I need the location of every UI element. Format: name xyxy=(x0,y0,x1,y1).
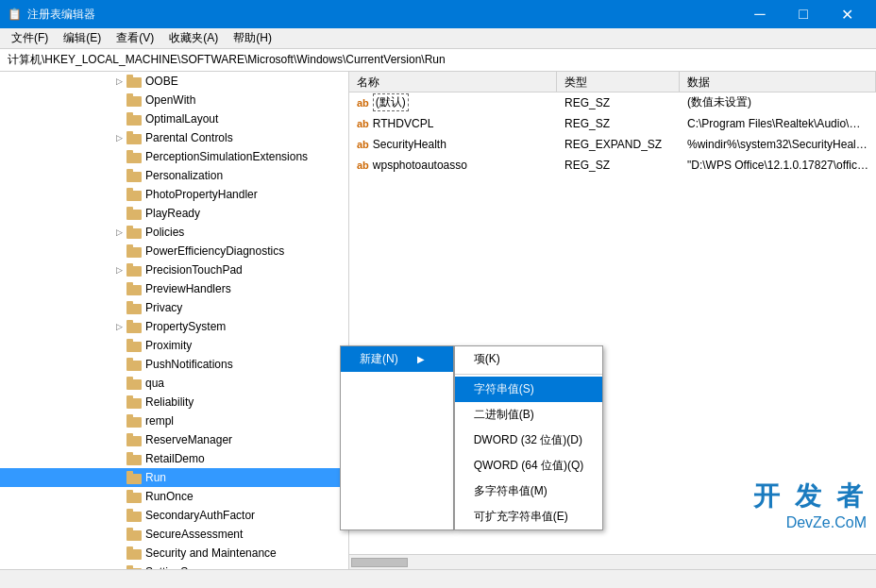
reg-row-default[interactable]: ab (默认) REG_SZ (数值未设置) xyxy=(349,92,876,113)
context-menu-container: 新建(N) ▶ 项(K) 字符串值(S) 二进制值(B) DWORD (32 位… xyxy=(340,345,603,530)
folder-icon xyxy=(126,75,142,88)
expand-arrow xyxy=(113,336,125,355)
submenu-item-binary[interactable]: 二进制值(B) xyxy=(455,402,603,428)
folder-icon xyxy=(126,263,142,277)
tree-item-proximity[interactable]: Proximity xyxy=(0,336,348,355)
reg-name-wpsphoto: ab wpsphotoautoasso xyxy=(349,157,557,174)
folder-icon xyxy=(126,490,142,503)
reg-data-wpsphoto: "D:\WPS Office\12.1.0.17827\office6\p xyxy=(680,157,876,174)
reg-type-default: REG_SZ xyxy=(557,94,680,111)
tree-scroll[interactable]: ▷ OOBE OpenWith OptimalLayout ▷ Parental… xyxy=(0,72,348,569)
tree-item-playready[interactable]: PlayReady xyxy=(0,204,348,223)
folder-icon xyxy=(126,414,142,428)
reg-value-icon: ab xyxy=(357,160,369,171)
tree-item-runonce[interactable]: RunOnce xyxy=(0,487,348,506)
reg-row-securityhealth[interactable]: ab SecurityHealth REG_EXPAND_SZ %windir%… xyxy=(349,134,876,155)
tree-item-reservemgr[interactable]: ReserveManager xyxy=(0,430,348,449)
folder-icon xyxy=(126,131,142,144)
scroll-thumb[interactable] xyxy=(351,558,408,567)
close-button[interactable]: ✕ xyxy=(825,0,868,28)
expand-arrow xyxy=(113,355,125,374)
expand-arrow xyxy=(113,109,125,128)
tree-item-pushnotif[interactable]: PushNotifications xyxy=(0,355,348,374)
maximize-button[interactable]: □ xyxy=(782,0,825,28)
submenu-item-expandstring[interactable]: 可扩充字符串值(E) xyxy=(455,504,603,529)
reg-name-securityhealth: ab SecurityHealth xyxy=(349,136,557,153)
menu-file[interactable]: 文件(F) xyxy=(4,28,56,48)
submenu-item-key[interactable]: 项(K) xyxy=(455,346,603,372)
folder-icon xyxy=(126,528,142,541)
tree-item-reliability[interactable]: Reliability xyxy=(0,393,348,412)
folder-icon xyxy=(126,112,142,126)
tree-item-perception[interactable]: PerceptionSimulationExtensions xyxy=(0,147,348,166)
tree-panel: ▷ OOBE OpenWith OptimalLayout ▷ Parental… xyxy=(0,72,349,569)
column-headers: 名称 类型 数据 xyxy=(349,72,876,92)
expand-arrow xyxy=(113,544,125,563)
expand-arrow xyxy=(113,374,125,393)
folder-icon xyxy=(126,509,142,522)
submenu-item-qword[interactable]: QWORD (64 位值)(Q) xyxy=(455,453,603,479)
new-label: 新建(N) xyxy=(360,351,398,367)
tree-item-optimallayout[interactable]: OptimalLayout xyxy=(0,109,348,128)
tree-item-parental[interactable]: ▷ Parental Controls xyxy=(0,128,348,147)
tree-item-precisiontouch[interactable]: ▷ PrecisionTouchPad xyxy=(0,260,348,279)
tree-item-retaildemo[interactable]: RetailDemo xyxy=(0,449,348,468)
tree-item-rempl[interactable]: rempl xyxy=(0,412,348,430)
minimize-button[interactable]: ─ xyxy=(738,0,782,28)
tree-item-policies[interactable]: ▷ Policies xyxy=(0,223,348,242)
expand-arrow: ▷ xyxy=(113,223,125,242)
reg-type-rthdvcpl: REG_SZ xyxy=(557,115,680,132)
folder-icon xyxy=(126,169,142,182)
tree-item-openwith[interactable]: OpenWith xyxy=(0,91,348,109)
tree-item-previewhandlers[interactable]: PreviewHandlers xyxy=(0,279,348,298)
reg-row-rthdvcpl[interactable]: ab RTHDVCPL REG_SZ C:\Program Files\Real… xyxy=(349,113,876,134)
folder-icon xyxy=(126,320,142,333)
folder-icon xyxy=(126,433,142,446)
expand-arrow xyxy=(113,449,125,468)
folder-icon xyxy=(126,471,142,484)
tree-item-settingsync[interactable]: SettingSync xyxy=(0,563,348,569)
tree-item-secondary[interactable]: SecondaryAuthFactor xyxy=(0,506,348,525)
expand-arrow xyxy=(113,242,125,260)
menu-edit[interactable]: 编辑(E) xyxy=(56,28,109,48)
app-icon: 📋 xyxy=(8,8,22,21)
col-header-data: 数据 xyxy=(680,72,876,92)
folder-icon xyxy=(126,150,142,163)
submenu-item-dword[interactable]: DWORD (32 位值)(D) xyxy=(455,428,603,453)
submenu-item-multistring[interactable]: 多字符串值(M) xyxy=(455,479,603,504)
tree-item-secureassess[interactable]: SecureAssessment xyxy=(0,525,348,544)
col-header-name: 名称 xyxy=(349,72,557,92)
tree-item-qua[interactable]: qua xyxy=(0,374,348,393)
tree-item-privacy[interactable]: Privacy xyxy=(0,298,348,317)
tree-item-powereff[interactable]: PowerEfficiencyDiagnostics xyxy=(0,242,348,260)
menu-view[interactable]: 查看(V) xyxy=(109,28,161,48)
expand-arrow xyxy=(113,147,125,166)
menu-favorites[interactable]: 收藏夹(A) xyxy=(161,28,226,48)
submenu-arrow-icon: ▶ xyxy=(417,354,425,364)
expand-arrow xyxy=(113,468,125,487)
tree-item-run[interactable]: Run xyxy=(0,468,348,487)
context-menu-item-new[interactable]: 新建(N) ▶ xyxy=(341,346,453,372)
context-menu-new: 新建(N) ▶ xyxy=(340,345,454,530)
reg-row-wpsphoto[interactable]: ab wpsphotoautoasso REG_SZ "D:\WPS Offic… xyxy=(349,155,876,176)
menu-bar: 文件(F) 编辑(E) 查看(V) 收藏夹(A) 帮助(H) xyxy=(0,28,876,49)
reg-data-default: (数值未设置) xyxy=(680,92,876,112)
folder-icon xyxy=(126,226,142,239)
submenu-item-string[interactable]: 字符串值(S) xyxy=(455,377,603,402)
folder-icon xyxy=(126,301,142,314)
tree-item-personalization[interactable]: Personalization xyxy=(0,166,348,185)
tree-item-oobe[interactable]: ▷ OOBE xyxy=(0,72,348,91)
col-header-type: 类型 xyxy=(557,72,680,92)
folder-icon xyxy=(126,339,142,352)
divider xyxy=(455,374,603,375)
menu-help[interactable]: 帮助(H) xyxy=(226,28,279,48)
default-label: (默认) xyxy=(373,93,409,111)
horizontal-scrollbar[interactable] xyxy=(349,554,876,569)
title-bar-left: 📋 注册表编辑器 xyxy=(8,7,95,23)
folder-icon xyxy=(126,358,142,371)
reg-value-icon: ab xyxy=(357,118,369,129)
tree-item-photoprop[interactable]: PhotoPropertyHandler xyxy=(0,185,348,204)
submenu: 项(K) 字符串值(S) 二进制值(B) DWORD (32 位值)(D) QW… xyxy=(454,345,604,530)
tree-item-security-maintenance[interactable]: Security and Maintenance xyxy=(0,544,348,563)
tree-item-propertysystem[interactable]: ▷ PropertySystem xyxy=(0,317,348,336)
